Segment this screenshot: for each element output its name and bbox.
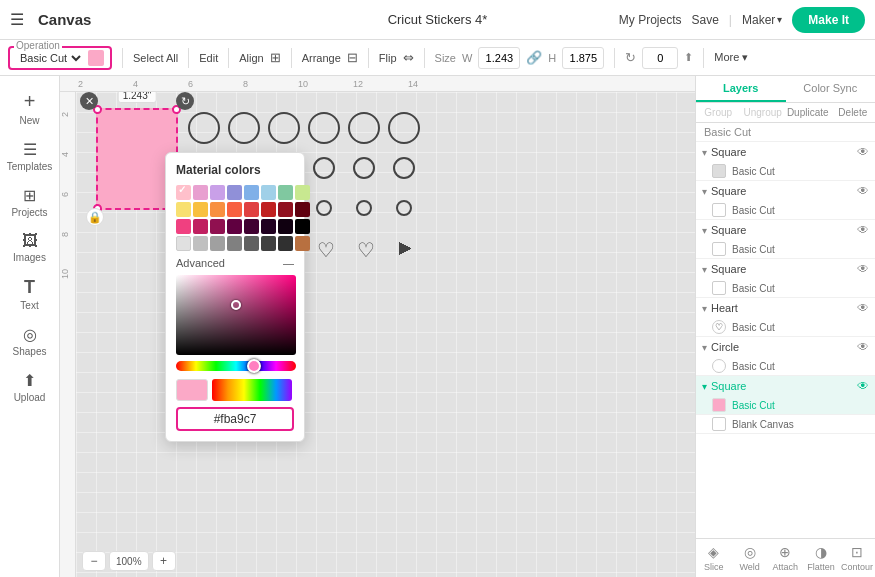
- tab-layers[interactable]: Layers: [696, 76, 786, 102]
- make-it-button[interactable]: Make It: [792, 7, 865, 33]
- arrange-icon[interactable]: ⊟: [347, 50, 358, 65]
- swatch-5[interactable]: [261, 185, 276, 200]
- swatch-14[interactable]: [278, 202, 293, 217]
- hamburger-icon[interactable]: ☰: [10, 10, 24, 29]
- sidebar-item-new[interactable]: + New: [0, 84, 59, 132]
- delete-btn[interactable]: Delete: [831, 103, 875, 122]
- eye-icon-heart[interactable]: 👁: [857, 301, 869, 315]
- shape-circle-5[interactable]: [348, 112, 380, 144]
- gradient-cursor[interactable]: [231, 300, 241, 310]
- shape-heart-5[interactable]: ♡: [348, 232, 384, 268]
- swatch-23[interactable]: [295, 219, 310, 234]
- sidebar-item-images[interactable]: 🖼 Images: [0, 226, 59, 269]
- rotate-input[interactable]: [642, 47, 678, 69]
- sidebar-item-shapes[interactable]: ◎ Shapes: [0, 319, 59, 363]
- swatch-30[interactable]: [278, 236, 293, 251]
- zoom-in-btn[interactable]: +: [152, 551, 176, 571]
- swatch-18[interactable]: [210, 219, 225, 234]
- layer-group-square2[interactable]: ▾ Square 👁: [696, 181, 875, 201]
- eye-icon-4[interactable]: 👁: [857, 262, 869, 276]
- shape-circle-4[interactable]: [308, 112, 340, 144]
- canvas-lock-icon[interactable]: 🔒: [86, 208, 104, 226]
- swatch-31[interactable]: [295, 236, 310, 251]
- tab-color-sync[interactable]: Color Sync: [786, 76, 876, 102]
- shape-circle-1[interactable]: [188, 112, 220, 144]
- swatch-27[interactable]: [227, 236, 242, 251]
- sidebar-item-projects[interactable]: ⊞ Projects: [0, 180, 59, 224]
- swatch-21[interactable]: [261, 219, 276, 234]
- contour-btn[interactable]: ⊡ Contour: [839, 539, 875, 577]
- swatch-9[interactable]: [193, 202, 208, 217]
- swatch-13[interactable]: [261, 202, 276, 217]
- swatch-4[interactable]: [244, 185, 259, 200]
- align-btn[interactable]: Align: [239, 52, 263, 64]
- element-rotate-btn[interactable]: ↻: [176, 92, 194, 110]
- flip-btn[interactable]: Flip: [379, 52, 397, 64]
- swatch-20[interactable]: [244, 219, 259, 234]
- swatch-1[interactable]: [193, 185, 208, 200]
- ungroup-btn[interactable]: Ungroup: [740, 103, 784, 122]
- operation-color-swatch[interactable]: [88, 50, 104, 66]
- height-input[interactable]: [562, 47, 604, 69]
- swatch-8[interactable]: [176, 202, 191, 217]
- layer-group-square1[interactable]: ▾ Square 👁: [696, 142, 875, 162]
- width-input[interactable]: [478, 47, 520, 69]
- shape-arrow-1[interactable]: ⯈: [388, 232, 424, 268]
- shape-sm-circle-5[interactable]: [353, 157, 375, 179]
- swatch-10[interactable]: [210, 202, 225, 217]
- swatch-6[interactable]: [278, 185, 293, 200]
- hue-bar[interactable]: [176, 361, 296, 371]
- swatch-29[interactable]: [261, 236, 276, 251]
- eye-icon-circle[interactable]: 👁: [857, 340, 869, 354]
- swatch-17[interactable]: [193, 219, 208, 234]
- swatch-pink-light[interactable]: ✓: [176, 185, 191, 200]
- shape-xs-circle-5[interactable]: [356, 200, 372, 216]
- maker-btn[interactable]: Maker ▾: [742, 13, 782, 27]
- element-close-btn[interactable]: ✕: [80, 92, 98, 110]
- swatch-25[interactable]: [193, 236, 208, 251]
- layer-group-square5[interactable]: ▾ Square 👁: [696, 376, 875, 396]
- eye-icon-5[interactable]: 👁: [857, 379, 869, 393]
- eye-icon-2[interactable]: 👁: [857, 184, 869, 198]
- swatch-26[interactable]: [210, 236, 225, 251]
- align-icon[interactable]: ⊞: [270, 50, 281, 65]
- edit-btn[interactable]: Edit: [199, 52, 218, 64]
- swatch-28[interactable]: [244, 236, 259, 251]
- sidebar-item-text[interactable]: T Text: [0, 271, 59, 317]
- select-all-btn[interactable]: Select All: [133, 52, 178, 64]
- slice-btn[interactable]: ◈ Slice: [696, 539, 732, 577]
- layer-group-square3[interactable]: ▾ Square 👁: [696, 220, 875, 240]
- swatch-2[interactable]: [210, 185, 225, 200]
- save-btn[interactable]: Save: [691, 13, 718, 27]
- rotate-stepper[interactable]: ⬆: [684, 51, 693, 64]
- sidebar-item-templates[interactable]: ☰ Templates: [0, 134, 59, 178]
- zoom-out-btn[interactable]: −: [82, 551, 106, 571]
- swatch-22[interactable]: [278, 219, 293, 234]
- sidebar-item-upload[interactable]: ⬆ Upload: [0, 365, 59, 409]
- hue-cursor[interactable]: [247, 359, 261, 373]
- group-btn[interactable]: Group: [696, 103, 740, 122]
- swatch-15[interactable]: [295, 202, 310, 217]
- shape-xs-circle-6[interactable]: [396, 200, 412, 216]
- duplicate-btn[interactable]: Duplicate: [785, 103, 831, 122]
- shape-circle-2[interactable]: [228, 112, 260, 144]
- eye-icon-3[interactable]: 👁: [857, 223, 869, 237]
- shape-circle-3[interactable]: [268, 112, 300, 144]
- my-projects-btn[interactable]: My Projects: [619, 13, 682, 27]
- operation-select[interactable]: Basic Cut: [16, 51, 84, 65]
- eye-icon-1[interactable]: 👁: [857, 145, 869, 159]
- shape-sm-circle-6[interactable]: [393, 157, 415, 179]
- weld-btn[interactable]: ◎ Weld: [732, 539, 768, 577]
- shape-heart-4[interactable]: ♡: [308, 232, 344, 268]
- layer-group-heart[interactable]: ▾ Heart 👁: [696, 298, 875, 318]
- swatch-16[interactable]: [176, 219, 191, 234]
- swatch-24[interactable]: [176, 236, 191, 251]
- swatch-19[interactable]: [227, 219, 242, 234]
- rainbow-bar[interactable]: [212, 379, 292, 401]
- color-preview-box[interactable]: [176, 379, 208, 401]
- flatten-btn[interactable]: ◑ Flatten: [803, 539, 839, 577]
- flip-icon[interactable]: ⇔: [403, 50, 414, 65]
- layer-group-square4[interactable]: ▾ Square 👁: [696, 259, 875, 279]
- lock-icon[interactable]: 🔗: [526, 50, 542, 65]
- swatch-3[interactable]: [227, 185, 242, 200]
